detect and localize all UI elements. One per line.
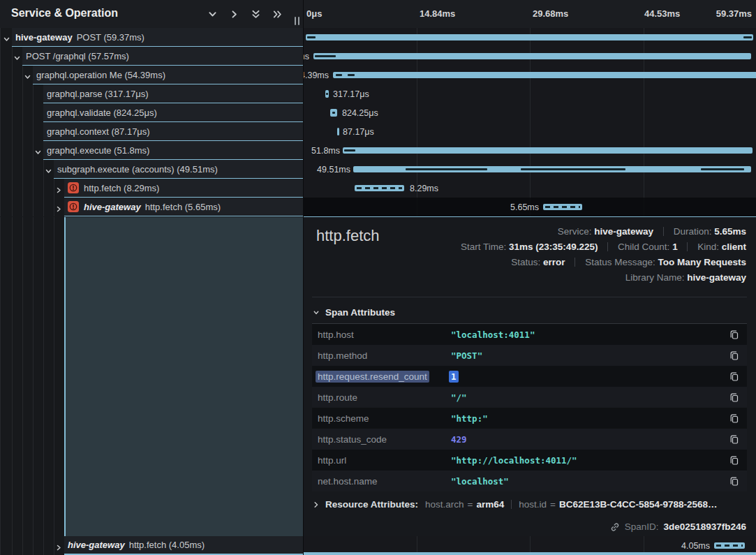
- chevron-right-icon[interactable]: [55, 542, 63, 549]
- timeline-panel: 0μs 14.84ms 29.68ms 44.53ms 59.37ms 57.5…: [303, 0, 756, 555]
- span-bar[interactable]: [355, 185, 404, 191]
- tree-row[interactable]: hive-gateway http.fetch (4.05ms): [0, 536, 303, 555]
- indent-gutter: [0, 103, 43, 122]
- resource-attributes-row[interactable]: Resource Attributes: host.arch = arm64 h…: [313, 499, 718, 510]
- attribute-value: "/": [451, 392, 467, 403]
- copy-icon[interactable]: [729, 475, 740, 487]
- chevron-right-icon[interactable]: [55, 203, 63, 211]
- attribute-row: http.status_code 429: [312, 429, 747, 450]
- meta-value: Too Many Requests: [658, 257, 746, 267]
- attribute-row: http.method "POST": [312, 345, 747, 366]
- span-attributes-header[interactable]: Span Attributes: [313, 307, 395, 318]
- span-bar-row: 317.17μs: [304, 84, 756, 103]
- indent-gutter: [0, 84, 43, 103]
- chevron-right-icon[interactable]: [55, 184, 63, 192]
- span-attributes-table: http.host "localhost:4011" http.method "…: [312, 323, 747, 491]
- axis-tick: 14.84ms: [420, 8, 455, 19]
- span-duration-label: 87.17μs: [343, 127, 374, 137]
- tree-row-label: graphql.operation Me (54.39ms): [36, 70, 165, 80]
- span-duration-label: 54.39ms: [304, 71, 329, 80]
- panel-resize-handle[interactable]: [295, 17, 299, 25]
- span-bar[interactable]: [543, 204, 582, 210]
- attribute-key: http.host: [318, 330, 354, 340]
- span-duration-label: 5.65ms: [510, 202, 539, 212]
- tree-row[interactable]: http.fetch (8.29ms): [0, 179, 303, 198]
- attribute-value: "localhost": [451, 476, 509, 487]
- tree-row[interactable]: POST /graphql (57.57ms): [0, 47, 303, 66]
- tree-row[interactable]: graphql.execute (51.8ms): [0, 141, 303, 160]
- span-bar-row: 824.25μs: [304, 103, 756, 122]
- tree-row-service: hive-gateway: [15, 32, 73, 43]
- span-bar-row: 87.17μs: [304, 122, 756, 141]
- copy-icon[interactable]: [729, 329, 740, 340]
- axis-tick: 44.53ms: [644, 8, 680, 19]
- divider: [312, 297, 747, 297]
- chevron-right-icon[interactable]: [229, 9, 239, 19]
- attribute-key: http.url: [318, 455, 346, 466]
- copy-icon[interactable]: [729, 350, 740, 361]
- attribute-value: "POST": [451, 350, 482, 361]
- span-bar-row: 4.05ms: [304, 536, 756, 555]
- clipped-next-span-bar: [304, 552, 756, 555]
- span-bar[interactable]: [714, 542, 745, 549]
- meta-value: client: [722, 242, 746, 252]
- span-bar[interactable]: [353, 166, 751, 172]
- span-bar[interactable]: [313, 53, 751, 59]
- tree-row[interactable]: graphql.context (87.17μs): [0, 122, 303, 141]
- span-bar[interactable]: [337, 128, 339, 135]
- tree-row-label: subgraph.execute (accounts) (49.51ms): [57, 164, 218, 175]
- attribute-row: http.url "http://localhost:4011/": [312, 450, 747, 471]
- chevron-down-icon[interactable]: [34, 147, 42, 154]
- tree-row-label: POST (59.37ms): [77, 32, 144, 43]
- chevron-right-icon: [313, 501, 320, 508]
- tree-row-label: graphql.context (87.17μs): [47, 126, 150, 137]
- chevron-down-icon[interactable]: [24, 71, 31, 79]
- span-bar-row: [304, 28, 756, 47]
- tree-row[interactable]: graphql.validate (824.25μs): [0, 103, 303, 122]
- span-bar[interactable]: [325, 90, 329, 98]
- tree-row[interactable]: graphql.operation Me (54.39ms): [0, 66, 303, 84]
- span-bar[interactable]: [306, 34, 753, 40]
- attribute-value: "http://localhost:4011/": [451, 455, 577, 466]
- span-detail-panel: http.fetch Service: hive-gateway Duratio…: [304, 216, 756, 536]
- tree-row-service: hive-gateway: [84, 202, 141, 212]
- tree-row[interactable]: hive-gateway POST (59.37ms): [0, 28, 303, 47]
- attribute-key: net.host.name: [318, 476, 378, 487]
- span-id-value: 3de02518937fb246: [663, 521, 746, 532]
- attribute-row: http.scheme "http:": [312, 408, 747, 429]
- attribute-value: "localhost:4011": [451, 330, 535, 340]
- span-bar-row: 49.51ms: [304, 160, 756, 179]
- resource-attr-value: arm64: [476, 499, 504, 510]
- chevron-down-icon[interactable]: [13, 52, 21, 60]
- tree-row-selected[interactable]: hive-gateway http.fetch (5.65ms): [0, 198, 303, 216]
- meta-value: 5.65ms: [714, 226, 746, 237]
- tree-row-label: graphql.parse (317.17μs): [47, 89, 149, 99]
- copy-icon[interactable]: [729, 413, 740, 424]
- copy-icon[interactable]: [729, 454, 740, 466]
- attribute-key: http.scheme: [318, 413, 369, 424]
- tree-row-label: http.fetch (5.65ms): [145, 202, 221, 212]
- tree-row-label: POST /graphql (57.57ms): [26, 51, 129, 61]
- chevron-down-icon[interactable]: [3, 34, 10, 41]
- copy-icon[interactable]: [729, 434, 740, 445]
- resource-attr-key: host.arch: [425, 499, 464, 510]
- trace-viewer-app: Service & Operation: [0, 0, 756, 555]
- copy-icon[interactable]: [729, 371, 740, 382]
- span-bar[interactable]: [343, 147, 753, 154]
- attribute-value: 429: [451, 434, 467, 445]
- resource-attr-value: BC62E13B-C4CC-5854-9788-2568…: [559, 499, 718, 510]
- tree-row[interactable]: graphql.parse (317.17μs): [0, 84, 303, 103]
- chevron-down-icon[interactable]: [45, 165, 52, 173]
- double-chevron-down-icon[interactable]: [251, 9, 260, 19]
- span-duration-label: 8.29ms: [410, 184, 438, 193]
- link-icon[interactable]: [610, 522, 620, 532]
- span-bar[interactable]: [330, 109, 337, 117]
- tree-row[interactable]: subgraph.execute (accounts) (49.51ms): [0, 160, 303, 179]
- error-status-icon: [68, 182, 79, 193]
- attribute-key: http.status_code: [318, 434, 387, 445]
- copy-icon[interactable]: [729, 392, 740, 403]
- double-chevron-right-icon[interactable]: [272, 9, 282, 19]
- chevron-down-icon[interactable]: [207, 9, 217, 19]
- meta-value: hive-gateway: [687, 272, 746, 283]
- span-bar[interactable]: [333, 72, 756, 78]
